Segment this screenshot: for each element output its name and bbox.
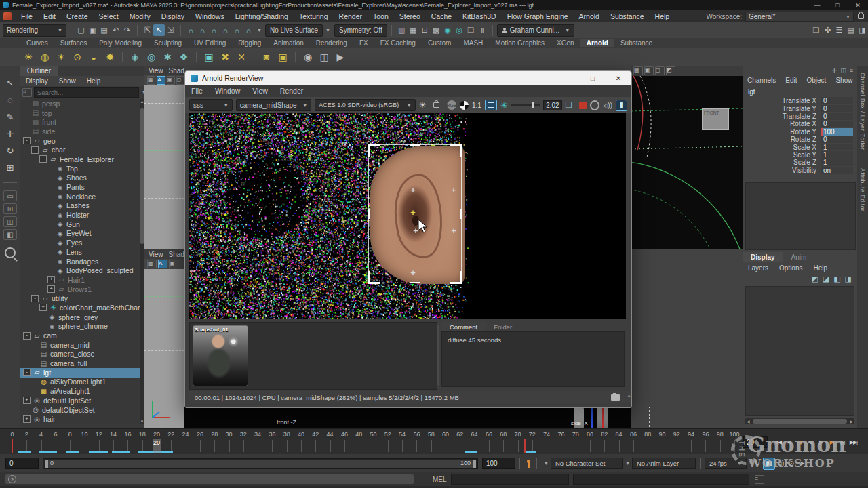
scroll-down-icon[interactable]: ▼: [140, 420, 144, 424]
menu-display[interactable]: Display: [156, 12, 190, 20]
region-handle-icon[interactable]: +: [410, 187, 416, 194]
maximize-button[interactable]: □: [827, 2, 848, 9]
menu-help[interactable]: Help: [650, 12, 675, 20]
snapshot-list[interactable]: Snapshot_01: [189, 322, 437, 390]
expand-icon[interactable]: +: [47, 276, 55, 283]
animation-end-field[interactable]: 100: [482, 458, 515, 469]
outliner-menu-display[interactable]: Display: [20, 77, 54, 85]
layer-menu-layers[interactable]: Layers: [743, 264, 774, 272]
tab-display[interactable]: Display: [743, 252, 783, 262]
channel-value[interactable]: 0: [821, 105, 853, 113]
outliner-item-eyewet[interactable]: ◈EyeWet: [20, 229, 140, 239]
play-forwards-button[interactable]: ▶: [816, 436, 826, 447]
new-layer-from-selected-icon[interactable]: ◨: [845, 274, 852, 283]
background-checker-icon[interactable]: [460, 101, 469, 110]
viewport-front-canvas[interactable]: [144, 269, 184, 428]
flush-cache-icon[interactable]: ▣: [275, 49, 290, 64]
outliner-item-utility[interactable]: -▱utility: [20, 293, 140, 303]
menu-modify[interactable]: Modify: [124, 12, 156, 20]
lookdev-view-icon[interactable]: ◎: [454, 24, 465, 36]
maximize-button[interactable]: □: [580, 75, 606, 82]
paint-select-tool-icon[interactable]: ✎: [3, 109, 18, 124]
outliner-item-necklace[interactable]: ◈Necklace: [20, 192, 140, 201]
expand-icon[interactable]: +: [23, 396, 31, 404]
channel-box-menu-edit[interactable]: Edit: [781, 77, 802, 84]
four-pane-layout-icon[interactable]: ⊞: [3, 203, 17, 214]
scroll-up-icon[interactable]: ▲: [140, 100, 144, 104]
tab-comment[interactable]: Comment: [441, 322, 486, 331]
scale-tool-icon[interactable]: ⊞: [3, 160, 18, 175]
collapse-icon[interactable]: -: [23, 369, 31, 376]
viewport-grid-icon[interactable]: ▣: [167, 76, 175, 85]
shelf-tab-substance[interactable]: Substance: [614, 39, 658, 47]
sidebar-tab-channel-box-layer-editor[interactable]: Channel Box / Layer Editor: [859, 73, 866, 150]
collapse-icon[interactable]: -: [31, 295, 39, 302]
shelf-tab-curves[interactable]: Curves: [20, 39, 54, 47]
render-frame-icon[interactable]: ▥: [396, 24, 408, 36]
outliner-menu-help[interactable]: Help: [81, 77, 106, 85]
channel-value[interactable]: 1: [821, 159, 853, 167]
shelf-tab-animation[interactable]: Animation: [267, 39, 309, 47]
loop-playback-icon[interactable]: ↻: [752, 458, 763, 469]
refresh-render-icon[interactable]: [590, 100, 599, 110]
outliner-item-colorchart-macbethchart1[interactable]: +✳colorChart_macBethChart1: [20, 303, 140, 312]
shelf-tab-arnold[interactable]: Arnold: [580, 39, 614, 47]
channel-value[interactable]: 0: [821, 136, 853, 143]
scroll-left-icon[interactable]: ◀: [745, 419, 751, 424]
outliner-item-aiarealight1[interactable]: ▦aiAreaLight1: [20, 386, 140, 396]
viewport-menu-shading[interactable]: Shadin: [169, 251, 185, 258]
chevron-down-icon[interactable]: ▼: [625, 461, 630, 466]
outliner-search-input[interactable]: [34, 87, 139, 98]
exposure-slider[interactable]: [511, 104, 540, 106]
outliner-item-camera-mid[interactable]: ▤camera_mid: [20, 340, 140, 350]
chevron-down-icon[interactable]: ▼: [326, 28, 330, 33]
collapse-chevron-icon[interactable]: ⌃: [627, 394, 631, 401]
new-empty-layer-icon[interactable]: ◧: [833, 274, 840, 283]
step-back-key-button[interactable]: |◀: [794, 436, 804, 447]
set-key-icon[interactable]: [524, 460, 532, 468]
hdr-toggle-icon[interactable]: RGB: [447, 100, 456, 110]
menu-cache[interactable]: Cache: [426, 12, 457, 20]
character-set-selector[interactable]: No Character Set: [551, 458, 623, 469]
outliner-item-hair[interactable]: +◎hair: [20, 414, 140, 424]
outliner-item-char[interactable]: -▱char: [20, 145, 140, 155]
hypershade-icon[interactable]: ▩: [431, 24, 442, 36]
select-component-icon[interactable]: ⇲: [165, 24, 176, 36]
outliner-item-brows1[interactable]: +▱Brows1: [20, 285, 140, 294]
help-icon[interactable]: ?: [8, 475, 16, 483]
light-portal-icon[interactable]: ◒: [86, 49, 101, 64]
viewport-icon[interactable]: ◻: [655, 66, 665, 75]
close-button[interactable]: ✕: [606, 75, 631, 82]
snap-grid-icon[interactable]: ∩: [185, 24, 197, 36]
outliner-item-lens[interactable]: ◈Lens: [20, 247, 140, 257]
arnold-menu-view[interactable]: View: [246, 87, 274, 95]
colorspace-selector[interactable]: ACES 1.0 SDR-video (sRGB) ▼: [315, 99, 415, 111]
menu-lighting-shading[interactable]: Lighting/Shading: [230, 12, 294, 20]
command-result[interactable]: [573, 474, 749, 485]
region-handle-icon[interactable]: +: [450, 187, 457, 194]
area-light-icon[interactable]: ☀: [21, 49, 36, 64]
time-settings-icon[interactable]: ⊙: [786, 458, 797, 469]
expand-icon[interactable]: +: [47, 285, 55, 293]
curve-collector-icon[interactable]: ✱: [160, 49, 175, 64]
display-settings-icon[interactable]: ☀: [419, 100, 427, 110]
viewport-snap-icon[interactable]: ▦: [147, 76, 155, 85]
new-scene-icon[interactable]: ▢: [75, 24, 87, 36]
arnold-titlebar[interactable]: Arnold RenderView — □ ✕: [185, 71, 631, 85]
outliner-panel-tab[interactable]: Outliner: [20, 66, 58, 76]
shelf-tab-xgen[interactable]: XGen: [551, 39, 580, 47]
speaker-icon[interactable]: ◁)): [603, 102, 612, 109]
snap-projected-center-icon[interactable]: ∩: [220, 24, 231, 36]
range-slider-track[interactable]: 0 100: [43, 458, 478, 469]
pause-icon[interactable]: ‖: [477, 24, 488, 36]
animation-start-field[interactable]: 0: [5, 458, 39, 469]
menu-stereo[interactable]: Stereo: [394, 12, 426, 20]
go-to-start-button[interactable]: |◀◀: [772, 436, 783, 447]
save-scene-icon[interactable]: ▤: [98, 24, 110, 36]
move-layer-down-icon[interactable]: ◪: [823, 274, 829, 283]
outliner-item-sphere-chrome[interactable]: ◈sphere_chrome: [20, 322, 140, 331]
menu-arnold[interactable]: Arnold: [574, 12, 605, 20]
camera-selector[interactable]: camera_midShape ▼: [236, 99, 312, 111]
shelf-tab-mash[interactable]: MASH: [457, 39, 489, 47]
outliner-item-front[interactable]: ▤front: [20, 117, 140, 127]
